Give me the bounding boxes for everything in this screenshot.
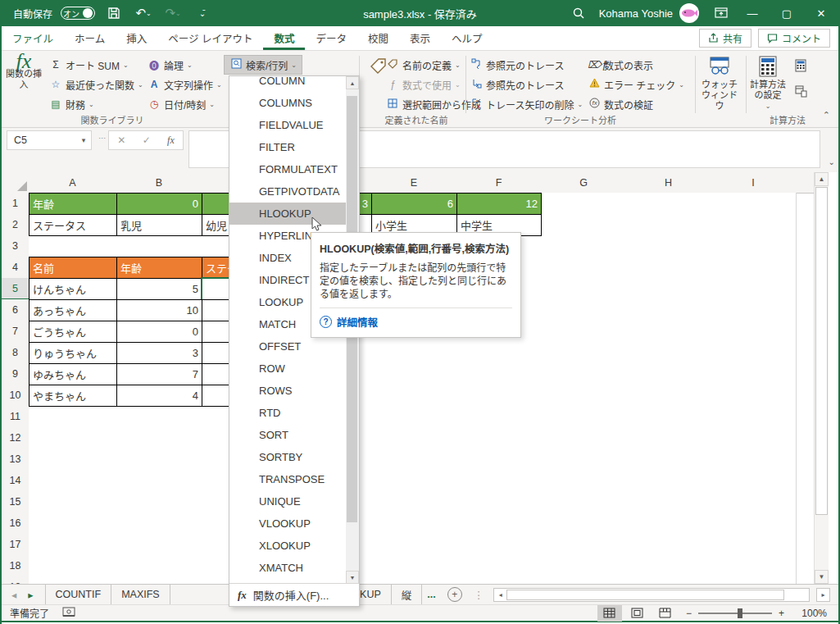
cell-G14[interactable] [541, 470, 627, 492]
row-header-11[interactable]: 11 [2, 406, 30, 428]
cell-B13[interactable] [116, 449, 202, 471]
cell-F19[interactable] [456, 576, 542, 584]
row-header-5[interactable]: 5 [2, 278, 30, 300]
cell-B1[interactable]: 0 [116, 193, 202, 215]
cell-F18[interactable] [456, 555, 542, 577]
cell-B8[interactable]: 3 [116, 342, 202, 364]
ribbon-tab-校閲[interactable]: 校閲 [357, 26, 399, 50]
menu-item-xmatch[interactable]: XMATCH [229, 557, 346, 579]
cell-G11[interactable] [541, 406, 627, 428]
recent-functions-button[interactable]: ☆ 最近使った関数⌄ [49, 75, 143, 93]
scroll-down-icon[interactable]: ▼ [815, 570, 829, 584]
cell-E13[interactable] [371, 449, 457, 471]
cell-A11[interactable] [29, 406, 117, 428]
cell-F11[interactable] [456, 406, 542, 428]
user-name[interactable]: Kohama Yoshie [599, 7, 673, 20]
insert-function-fx-icon[interactable]: fx [167, 134, 175, 147]
cell-E19[interactable] [371, 576, 457, 584]
calculate-now-button[interactable] [794, 57, 807, 75]
cell-B3[interactable] [116, 235, 202, 257]
cell-B19[interactable] [116, 576, 202, 584]
zoom-slider[interactable] [698, 613, 772, 614]
menu-insert-function-item[interactable]: fx 関数の挿入(F)... [229, 583, 359, 606]
autosave-toggle[interactable]: オン [61, 7, 95, 20]
row-header-18[interactable]: 18 [2, 555, 30, 577]
define-name-button[interactable]: 名前の定義⌄ [386, 56, 461, 74]
select-all-corner[interactable] [2, 172, 30, 194]
horizontal-scrollbar[interactable]: ◂ [493, 588, 810, 602]
text-functions-button[interactable]: A 文字列操作⌄ [148, 75, 222, 93]
column-header-H[interactable]: H [626, 172, 711, 194]
row-header-4[interactable]: 4 [2, 257, 30, 279]
cell-G12[interactable] [541, 427, 627, 449]
cell-F8[interactable] [456, 342, 542, 364]
ribbon-tab-ホーム[interactable]: ホーム [64, 26, 116, 50]
trace-precedents-button[interactable]: 参照元のトレース [470, 56, 564, 74]
enter-formula-icon[interactable]: ✓ [143, 134, 151, 146]
menu-item-xlookup[interactable]: XLOOKUP [229, 535, 346, 557]
row-header-9[interactable]: 9 [2, 363, 30, 385]
cell-A13[interactable] [29, 449, 117, 471]
sheet-tab-COUNTIF[interactable]: COUNTIF [45, 585, 112, 604]
evaluate-formula-button[interactable]: fx 数式の検証 [588, 95, 653, 113]
cell-B14[interactable] [116, 470, 202, 492]
remove-arrows-button[interactable]: x トレース矢印の削除⌄ [470, 95, 583, 113]
cell-I1[interactable] [711, 193, 797, 215]
cell-I10[interactable] [711, 385, 797, 407]
ribbon-tab-挿入[interactable]: 挿入 [116, 26, 157, 50]
menu-item-columns[interactable]: COLUMNS [229, 92, 346, 114]
row-header-15[interactable]: 15 [2, 491, 30, 513]
menu-item-rows[interactable]: ROWS [229, 380, 346, 402]
cell-I15[interactable] [711, 491, 797, 513]
accessibility-icon[interactable] [62, 607, 75, 620]
cell-F16[interactable] [456, 512, 542, 535]
zoom-out-button[interactable]: − [686, 608, 692, 619]
column-header-A[interactable]: A [29, 172, 117, 194]
add-sheet-button[interactable]: + [447, 587, 462, 602]
cell-F10[interactable] [456, 385, 542, 407]
row-header-7[interactable]: 7 [2, 321, 30, 343]
cell-B15[interactable] [116, 491, 202, 513]
cell-F12[interactable] [456, 427, 542, 449]
cell-G8[interactable] [541, 342, 627, 364]
cell-H6[interactable] [626, 299, 711, 321]
row-header-16[interactable]: 16 [2, 512, 30, 535]
name-box[interactable]: C5 ▾ [7, 130, 92, 150]
minimize-button[interactable]: — [735, 0, 770, 26]
cell-F1[interactable]: 12 [456, 193, 542, 215]
show-formulas-button[interactable]: ⌦ƒ 数式の表示 [588, 56, 653, 74]
row-header-2[interactable]: 2 [2, 214, 30, 236]
sheet-next-icon[interactable]: ▸ [28, 589, 33, 601]
cell-A5[interactable]: けんちゃん [29, 278, 117, 300]
cell-A15[interactable] [29, 491, 117, 513]
cell-G17[interactable] [541, 534, 627, 556]
cell-I13[interactable] [711, 449, 797, 471]
cell-A12[interactable] [29, 427, 117, 449]
cell-I4[interactable] [711, 257, 797, 279]
cell-H5[interactable] [626, 278, 711, 300]
cell-G10[interactable] [541, 385, 627, 407]
scroll-up-icon[interactable]: ▲ [815, 172, 829, 186]
menu-item-offset[interactable]: OFFSET [229, 335, 346, 358]
cell-H3[interactable] [626, 235, 711, 257]
cell-B4[interactable]: 年齢 [116, 257, 202, 279]
calculation-options-button[interactable]: 計算方法 の設定⌄ [747, 54, 789, 113]
column-header-F[interactable]: F [456, 172, 542, 194]
cell-G15[interactable] [541, 491, 627, 513]
tab-file[interactable]: ファイル [2, 26, 64, 50]
cell-G19[interactable] [541, 576, 627, 584]
cell-H13[interactable] [626, 449, 711, 471]
cell-B5[interactable]: 5 [116, 278, 202, 300]
zoom-in-button[interactable]: + [779, 608, 784, 619]
cell-E17[interactable] [371, 534, 457, 556]
cell-A14[interactable] [29, 470, 117, 492]
sheet-tab-縦[interactable]: 縦 [392, 585, 423, 604]
cell-A9[interactable]: ゆみちゃん [29, 363, 117, 385]
column-header-I[interactable]: I [711, 172, 797, 194]
cell-I16[interactable] [711, 512, 797, 535]
sheet-prev-icon[interactable]: ◂ [11, 589, 16, 601]
cell-I6[interactable] [711, 299, 797, 321]
tell-me-more-link[interactable]: ? 詳細情報 [320, 308, 512, 332]
close-button[interactable]: ✕ [804, 0, 838, 26]
cell-I5[interactable] [711, 278, 797, 300]
